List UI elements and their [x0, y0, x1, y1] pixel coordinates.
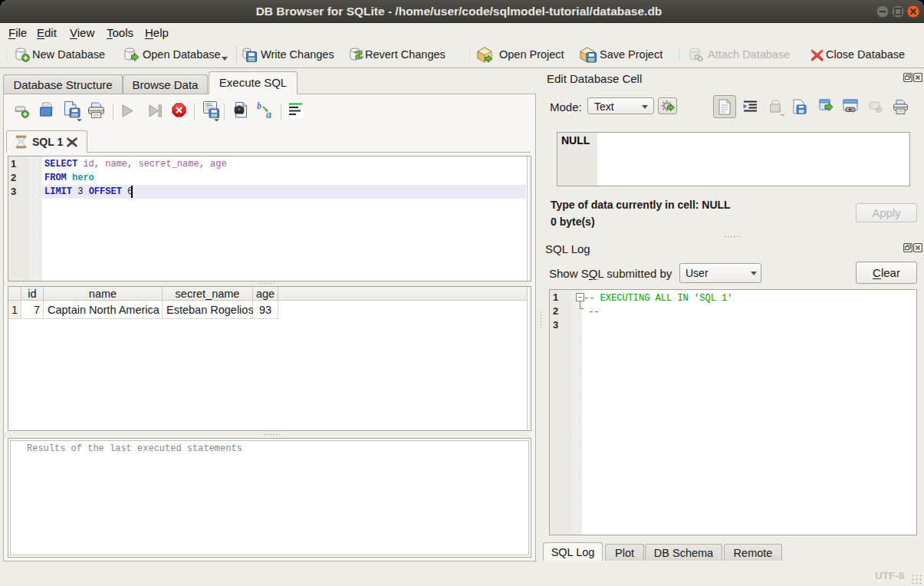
svg-text:b: b	[257, 101, 261, 111]
